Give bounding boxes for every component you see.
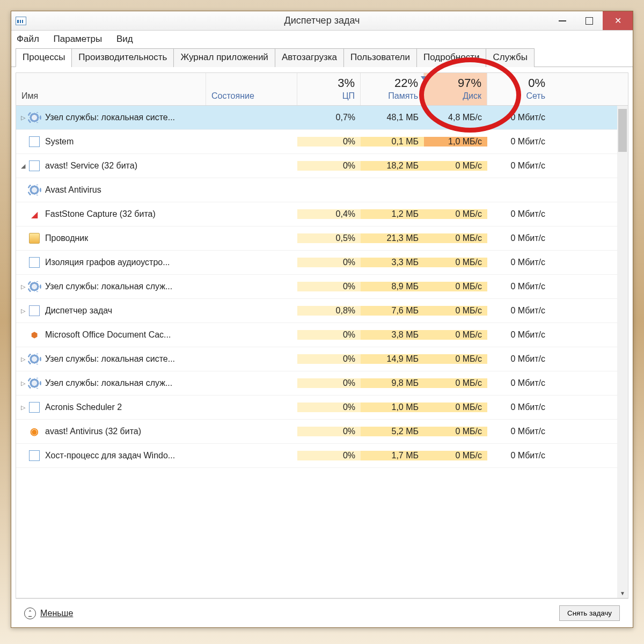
memory-cell: 0,1 МБ bbox=[361, 137, 424, 147]
tab-5[interactable]: Подробности bbox=[416, 48, 487, 67]
tab-1[interactable]: Производительность bbox=[71, 48, 174, 67]
process-name: Узел службы: локальная служ... bbox=[45, 378, 172, 388]
expand-icon[interactable]: ▷ bbox=[19, 114, 27, 121]
gear-icon bbox=[29, 354, 40, 364]
cpu-cell: 0% bbox=[297, 137, 361, 147]
expand-icon[interactable]: ▷ bbox=[19, 283, 27, 290]
table-row[interactable]: Microsoft Office Document Cac...0%3,8 МБ… bbox=[16, 323, 617, 347]
menu-bar: Файл Параметры Вид bbox=[11, 31, 633, 48]
table-row[interactable]: avast! Antivirus (32 бита)0%5,2 МБ0 МБ/с… bbox=[16, 420, 617, 444]
tab-0[interactable]: Процессы bbox=[16, 48, 72, 67]
tab-4[interactable]: Пользователи bbox=[343, 48, 417, 67]
process-name: System bbox=[45, 137, 74, 147]
cpu-cell: 0% bbox=[297, 427, 361, 436]
process-name: Диспетчер задач bbox=[45, 306, 112, 316]
expand-icon[interactable]: ▷ bbox=[19, 404, 27, 411]
cpu-cell: 0% bbox=[297, 330, 361, 340]
memory-cell: 1,0 МБ bbox=[361, 402, 424, 412]
cpu-cell: 0% bbox=[297, 258, 361, 267]
process-name: Узел службы: локальная систе... bbox=[45, 113, 175, 122]
table-row[interactable]: Avast Antivirus bbox=[16, 178, 617, 202]
memory-cell: 48,1 МБ bbox=[361, 113, 424, 122]
disk-cell: 0 МБ/с bbox=[424, 330, 487, 340]
table-row[interactable]: Хост-процесс для задач Windo...0%1,7 МБ0… bbox=[16, 444, 617, 468]
fewer-details-link[interactable]: ˄ Меньше bbox=[24, 608, 73, 619]
disk-cell: 0 МБ/с bbox=[424, 258, 487, 267]
network-cell: 0 Мбит/с bbox=[487, 378, 551, 388]
disk-cell: 0 МБ/с bbox=[424, 378, 487, 388]
network-cell: 0 Мбит/с bbox=[487, 258, 551, 267]
network-cell: 0 Мбит/с bbox=[487, 137, 551, 147]
scroll-thumb[interactable] bbox=[618, 109, 627, 152]
app-icon bbox=[29, 402, 40, 413]
table-row[interactable]: ▷Узел службы: локальная служ...0%9,8 МБ0… bbox=[16, 371, 617, 396]
disk-cell: 1,0 МБ/с bbox=[424, 137, 487, 147]
memory-cell: 5,2 МБ bbox=[361, 427, 424, 436]
header-state[interactable]: Состояние bbox=[206, 73, 297, 105]
tab-3[interactable]: Автозагрузка bbox=[275, 48, 344, 67]
header-cpu[interactable]: 3% ЦП bbox=[297, 73, 361, 105]
network-cell: 0 Мбит/с bbox=[487, 330, 551, 340]
gear-icon bbox=[29, 378, 40, 389]
fast-icon bbox=[29, 209, 40, 219]
table-header: Имя Состояние 3% ЦП 22% Память 97% Диск … bbox=[16, 72, 628, 106]
process-name: Хост-процесс для задач Windo... bbox=[45, 451, 175, 460]
memory-cell: 3,8 МБ bbox=[361, 330, 424, 340]
table-row[interactable]: System0%0,1 МБ1,0 МБ/с0 Мбит/с bbox=[16, 130, 617, 154]
network-cell: 0 Мбит/с bbox=[487, 451, 551, 460]
table-row[interactable]: ▷Acronis Scheduler 20%1,0 МБ0 МБ/с0 Мбит… bbox=[16, 396, 617, 420]
table-row[interactable]: ▷Узел службы: локальная служ...0%8,9 МБ0… bbox=[16, 275, 617, 299]
disk-cell: 4,8 МБ/с bbox=[424, 113, 487, 122]
process-name: Проводник bbox=[45, 233, 88, 243]
expand-icon[interactable]: ◢ bbox=[19, 163, 27, 170]
process-name: Avast Antivirus bbox=[45, 185, 101, 195]
process-name: Acronis Scheduler 2 bbox=[45, 402, 122, 412]
process-name: FastStone Capture (32 бита) bbox=[45, 209, 156, 219]
memory-cell: 14,9 МБ bbox=[361, 354, 424, 364]
table-body: ▷Узел службы: локальная систе...0,7%48,1… bbox=[16, 106, 628, 598]
cpu-cell: 0% bbox=[297, 161, 361, 171]
cpu-cell: 0% bbox=[297, 378, 361, 388]
end-task-button[interactable]: Снять задачу bbox=[559, 605, 620, 621]
task-manager-window: Диспетчер задач Файл Параметры Вид Проце… bbox=[11, 11, 633, 628]
titlebar[interactable]: Диспетчер задач bbox=[11, 11, 633, 31]
office-icon bbox=[29, 330, 40, 340]
menu-options[interactable]: Параметры bbox=[54, 34, 103, 44]
memory-cell: 1,7 МБ bbox=[361, 451, 424, 460]
table-row[interactable]: ▷Узел службы: локальная систе...0%14,9 М… bbox=[16, 347, 617, 371]
expand-icon[interactable]: ▷ bbox=[19, 380, 27, 387]
memory-cell: 7,6 МБ bbox=[361, 306, 424, 316]
network-cell: 0 Мбит/с bbox=[487, 113, 551, 122]
chevron-up-icon: ˄ bbox=[24, 608, 36, 619]
gear-icon bbox=[29, 112, 40, 123]
header-name[interactable]: Имя bbox=[16, 73, 206, 105]
table-row[interactable]: ◢avast! Service (32 бита)0%18,2 МБ0 МБ/с… bbox=[16, 154, 617, 178]
memory-cell: 21,3 МБ bbox=[361, 233, 424, 243]
network-cell: 0 Мбит/с bbox=[487, 427, 551, 436]
header-memory[interactable]: 22% Память bbox=[361, 73, 424, 105]
header-network[interactable]: 0% Сеть bbox=[487, 73, 551, 105]
network-cell: 0 Мбит/с bbox=[487, 402, 551, 412]
tab-2[interactable]: Журнал приложений bbox=[173, 48, 275, 67]
scrollbar-vertical[interactable]: ▲ ▼ bbox=[617, 106, 628, 598]
table-row[interactable]: ▷Диспетчер задач0,8%7,6 МБ0 МБ/с0 Мбит/с bbox=[16, 299, 617, 323]
network-cell: 0 Мбит/с bbox=[487, 306, 551, 316]
scroll-down-icon[interactable]: ▼ bbox=[617, 588, 628, 598]
menu-view[interactable]: Вид bbox=[116, 34, 133, 44]
cpu-cell: 0,8% bbox=[297, 306, 361, 316]
header-disk[interactable]: 97% Диск bbox=[424, 73, 487, 105]
cpu-cell: 0% bbox=[297, 282, 361, 291]
table-row[interactable]: Изоляция графов аудиоустро...0%3,3 МБ0 М… bbox=[16, 251, 617, 275]
app-icon bbox=[29, 136, 40, 147]
process-name: avast! Antivirus (32 бита) bbox=[45, 427, 141, 436]
table-row[interactable]: FastStone Capture (32 бита)0,4%1,2 МБ0 М… bbox=[16, 202, 617, 226]
table-row[interactable]: ▷Узел службы: локальная систе...0,7%48,1… bbox=[16, 106, 617, 130]
expand-icon[interactable]: ▷ bbox=[19, 308, 27, 314]
table-row[interactable]: Проводник0,5%21,3 МБ0 МБ/с0 Мбит/с bbox=[16, 226, 617, 251]
memory-cell: 8,9 МБ bbox=[361, 282, 424, 291]
network-cell: 0 Мбит/с bbox=[487, 282, 551, 291]
tab-6[interactable]: Службы bbox=[486, 48, 534, 67]
window-title: Диспетчер задач bbox=[11, 15, 633, 26]
expand-icon[interactable]: ▷ bbox=[19, 356, 27, 363]
menu-file[interactable]: Файл bbox=[17, 34, 39, 44]
